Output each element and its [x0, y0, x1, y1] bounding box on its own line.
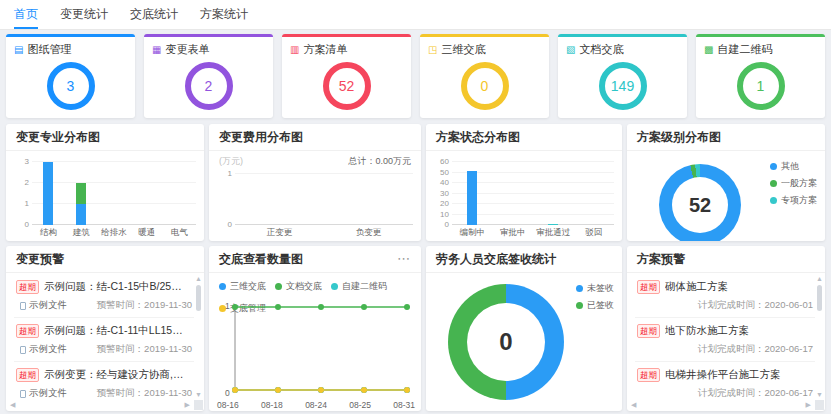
attachment-link[interactable]: 示例文件 — [20, 343, 67, 356]
bar-segment[interactable] — [76, 183, 86, 204]
bar-segment[interactable] — [43, 162, 53, 225]
card-header: 变更专业分布图 — [6, 124, 204, 151]
stat-card-title: ◳三维交底 — [428, 42, 541, 57]
horizontal-scrollbar[interactable]: ◀▶ — [629, 400, 813, 410]
scrollbar-thumb[interactable] — [196, 285, 201, 311]
stat-card[interactable]: ▧文档交底149 — [558, 34, 687, 118]
warning-title: 示例问题：结-C1-15中B/25轴，B/28轴窗侧装... — [44, 280, 192, 294]
overdue-badge: 超期 — [637, 280, 660, 294]
data-point — [361, 387, 367, 393]
legend-item[interactable]: 未签收 — [576, 282, 614, 295]
data-point — [232, 387, 238, 393]
data-point — [275, 304, 281, 310]
data-point — [361, 304, 367, 310]
card-header: 交底查看数量图 ⋯ — [209, 246, 421, 273]
warning-time: 计划完成时间：2020-06-17 — [698, 387, 813, 399]
vertical-scrollbar[interactable]: ▲▼ — [194, 275, 203, 398]
stat-card[interactable]: ▦变更表单2 — [144, 34, 273, 118]
bar-segment[interactable] — [76, 204, 86, 225]
vertical-scrollbar[interactable]: ▲▼ — [815, 275, 824, 398]
warning-item[interactable]: 超期地下防水施工方案计划完成时间：2020-06-17 — [635, 318, 815, 362]
warning-item[interactable]: 超期示例变更：经与建设方协商,现对内保温做法调整...示例文件预警时间：2019… — [14, 362, 194, 399]
data-point — [232, 304, 238, 310]
legend-item[interactable]: 自建二维码 — [331, 280, 387, 293]
nav-tab[interactable]: 交底统计 — [130, 1, 178, 29]
legend-item[interactable]: 已签收 — [576, 299, 614, 312]
stat-card-ring: 52 — [323, 62, 371, 110]
warning-item[interactable]: 超期电梯井操作平台施工方案计划完成时间：2020-06-17 — [635, 362, 815, 399]
legend-item[interactable]: 三维交底 — [219, 280, 266, 293]
y-tick-label: 1 — [215, 169, 232, 178]
bars — [32, 162, 196, 225]
legend-item[interactable]: 其他 — [770, 160, 817, 173]
bar-segment[interactable] — [548, 224, 558, 225]
warning-item[interactable]: 超期示例问题：结-C1-15中B/25轴，B/28轴窗侧装...示例文件预警时间… — [14, 274, 194, 318]
scrollbar-corner — [815, 400, 824, 410]
warning-item[interactable]: 超期砌体施工方案计划完成时间：2020-06-01 — [635, 274, 815, 318]
nav-tab[interactable]: 首页 — [14, 1, 38, 29]
x-tick-label: 负变更 — [324, 227, 413, 239]
bar-slot — [98, 162, 131, 225]
bar-segment[interactable] — [467, 171, 477, 225]
scroll-left-icon[interactable]: ◀ — [631, 401, 636, 409]
legend-item[interactable]: 文档交底 — [275, 280, 322, 293]
warning-title: 电梯井操作平台施工方案 — [665, 368, 781, 382]
nav-tab[interactable]: 方案统计 — [200, 1, 248, 29]
horizontal-scrollbar[interactable]: ◀▶ — [8, 400, 192, 410]
legend-dot-icon — [770, 163, 777, 170]
scroll-up-icon[interactable]: ▲ — [816, 275, 823, 282]
stat-card-label: 三维交底 — [441, 42, 485, 57]
attachment-link[interactable]: 示例文件 — [20, 299, 67, 312]
stat-card[interactable]: ◳三维交底0 — [420, 34, 549, 118]
scrollbar-thumb[interactable] — [817, 285, 822, 311]
donut-center-value: 52 — [689, 194, 711, 217]
stat-card[interactable]: ▩自建二维码1 — [696, 34, 825, 118]
x-tick-label: 编制中 — [452, 227, 493, 239]
legend-item[interactable]: 一般方案 — [770, 177, 817, 190]
y-tick-label: 0 — [432, 220, 449, 229]
scroll-down-icon[interactable]: ▼ — [816, 391, 823, 398]
card-header: 变更费用分布图 — [209, 124, 421, 151]
cube-3d-icon: ◳ — [428, 45, 437, 55]
y-tick-label: 50 — [432, 168, 449, 177]
donut-chart: 0 — [448, 284, 564, 400]
scroll-up-icon[interactable]: ▲ — [195, 275, 202, 282]
warning-item[interactable]: 超期示例问题：结-C1-11中LL15高600与门窗高度和...示例文件预警时间… — [14, 318, 194, 362]
stat-card[interactable]: ▥方案清单52 — [282, 34, 411, 118]
warning-time: 预警时间：2019-11-30 — [97, 299, 192, 312]
attachment-link[interactable]: 示例文件 — [20, 387, 67, 399]
card-labor-sign-chart: 劳务人员交底签收统计 0未签收已签收 — [426, 246, 622, 411]
dashboard-page: 首页变更统计交底统计方案统计 ▤图纸管理3▦变更表单2▥方案清单52◳三维交底0… — [0, 0, 831, 414]
scroll-down-icon[interactable]: ▼ — [195, 391, 202, 398]
bar-slot — [574, 162, 615, 225]
warning-title: 地下防水施工方案 — [665, 324, 749, 338]
y-tick-label: 0 — [12, 220, 29, 229]
y-tick-label: 0 — [225, 388, 230, 398]
card-header: 劳务人员交底签收统计 — [426, 246, 622, 273]
data-point — [404, 387, 410, 393]
x-tick-label: 08-16 — [217, 400, 239, 410]
data-point — [318, 304, 324, 310]
donut-hole: 0 — [467, 303, 545, 381]
legend-item[interactable]: 专项方案 — [770, 194, 817, 207]
plan-status-bar-chart: 0102030405060编制中审批中审批通过驳回 — [426, 152, 622, 241]
total-label: 总计：0.00万元 — [348, 155, 411, 168]
plan-level-donut-chart: 52其他一般方案专项方案 — [627, 152, 825, 241]
scroll-right-icon[interactable]: ▶ — [185, 401, 190, 409]
more-menu-icon[interactable]: ⋯ — [397, 254, 411, 264]
x-tick-label: 08-31 — [393, 400, 415, 410]
card-title: 方案状态分布图 — [436, 129, 520, 146]
stat-card[interactable]: ▤图纸管理3 — [6, 34, 135, 118]
scroll-right-icon[interactable]: ▶ — [806, 401, 811, 409]
scroll-left-icon[interactable]: ◀ — [10, 401, 15, 409]
bar-slot — [130, 162, 163, 225]
x-tick-label: 正变更 — [235, 227, 324, 239]
bar-slot — [65, 162, 98, 225]
nav-tab[interactable]: 变更统计 — [60, 1, 108, 29]
y-tick-label: 10 — [432, 210, 449, 219]
stat-card-ring: 149 — [599, 62, 647, 110]
plan-warning-list: 超期砌体施工方案计划完成时间：2020-06-01超期地下防水施工方案计划完成时… — [627, 274, 825, 411]
axis-unit-label: (万元) — [219, 155, 243, 168]
qr-code-icon: ▩ — [704, 45, 713, 55]
stat-card-ring: 0 — [461, 62, 509, 110]
